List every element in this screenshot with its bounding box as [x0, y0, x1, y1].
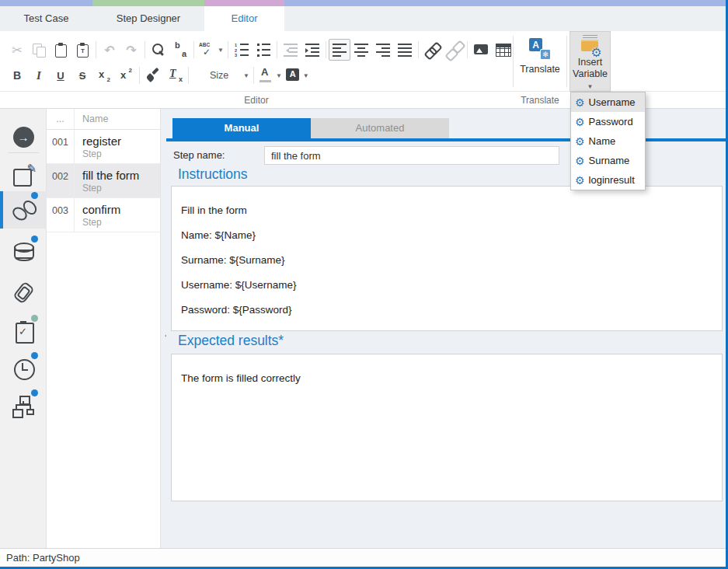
notification-badge [31, 236, 38, 243]
subscript-button[interactable] [93, 65, 115, 86]
copy-icon [31, 42, 47, 58]
tab-test-case[interactable]: Test Case [0, 6, 92, 31]
sidebar-item-checklist[interactable] [0, 314, 47, 348]
paste-icon [53, 42, 68, 58]
bg-color-button[interactable]: ▼ [284, 65, 311, 86]
redo-icon: ↷ [124, 42, 139, 58]
link-button[interactable] [421, 39, 443, 61]
underline-button[interactable]: U [50, 65, 71, 86]
search-button[interactable] [148, 39, 169, 61]
align-right-button[interactable] [372, 39, 394, 61]
bg-color-icon [285, 68, 301, 83]
step-row-003[interactable]: 003confirmStep [47, 198, 160, 232]
sidebar-item-navigate[interactable] [0, 120, 47, 154]
align-justify-button[interactable] [394, 39, 416, 61]
toolbar-separator [253, 67, 254, 84]
paste-button[interactable] [50, 39, 71, 61]
replace-button[interactable] [169, 39, 191, 61]
bullet-list-button[interactable] [253, 39, 274, 61]
tab-manual[interactable]: Manual [172, 118, 311, 138]
translate-icon [528, 37, 552, 61]
toolbar-separator [145, 41, 145, 58]
toolbar-separator [228, 41, 228, 58]
step-title: register [82, 134, 121, 148]
tab-color-strips [0, 0, 726, 6]
variable-item-username[interactable]: Username [571, 93, 645, 112]
font-size-label: Size [208, 70, 241, 81]
tab-editor[interactable]: Editor [204, 6, 284, 31]
checklist-icon [12, 319, 35, 343]
steps-list-body: 001registerStep002fill the formStep003co… [47, 130, 160, 232]
variable-item-label: Password [589, 116, 633, 127]
group-separator [513, 36, 514, 87]
navigate-icon [13, 127, 34, 148]
chevron-down-icon: ▼ [276, 72, 282, 79]
instructions-editor[interactable]: Fill in the formName: ${Name}Surname: ${… [171, 186, 723, 331]
numbered-list-button[interactable] [231, 39, 253, 61]
strikethrough-icon: S [75, 68, 90, 83]
step-type: Step [82, 183, 139, 194]
sidebar-item-attachments[interactable] [0, 275, 47, 309]
italic-button[interactable]: I [28, 65, 50, 86]
expected-results-editor[interactable]: The form is filled correctly [171, 354, 723, 501]
step-name-cell: registerStep [75, 130, 121, 163]
app-window: Test CaseStep DesignerEditor ✂↶↷▼ BIUSSi… [0, 0, 728, 569]
chevron-down-icon: ▼ [303, 72, 309, 79]
variable-item-name[interactable]: Name [571, 131, 645, 151]
step-name-cell: fill the formStep [75, 164, 139, 197]
sidebar-item-hierarchy[interactable] [0, 389, 47, 423]
underline-icon: U [53, 68, 68, 83]
sidebar-item-history[interactable] [0, 351, 47, 386]
superscript-button[interactable] [115, 65, 137, 86]
align-center-button[interactable] [350, 39, 372, 61]
spellcheck-button[interactable]: ▼ [197, 39, 225, 61]
toolbar-row-2: BIUSSize▼▼▼ [6, 65, 311, 86]
font-size-button[interactable]: Size▼ [191, 65, 251, 86]
indent-button[interactable] [301, 39, 323, 61]
sidebar-item-steps[interactable] [0, 191, 47, 229]
translate-group-label: Translate [514, 95, 566, 106]
sidebar-item-edit[interactable] [0, 159, 47, 193]
remove-format-button[interactable] [164, 65, 186, 86]
strikethrough-button[interactable]: S [71, 65, 93, 86]
align-justify-icon [398, 44, 412, 57]
variable-item-password[interactable]: Password [571, 112, 645, 131]
align-right-icon [376, 44, 390, 57]
unlink-icon [446, 42, 462, 58]
step-row-002[interactable]: 002fill the formStep [47, 164, 160, 198]
superscript-icon [118, 68, 134, 83]
toolbar-separator [139, 67, 140, 84]
sidebar-item-data[interactable] [0, 235, 47, 269]
editor-group-label: Editor [0, 95, 513, 106]
numbered-list-icon [235, 43, 249, 57]
sidebar [0, 109, 47, 548]
paste-text-icon [75, 42, 90, 58]
tab-step-designer[interactable]: Step Designer [92, 6, 204, 31]
align-left-button[interactable] [329, 39, 350, 61]
insert-variable-button[interactable]: Insert Variable ▼ [570, 31, 611, 92]
step-number: 001 [47, 130, 75, 163]
undo-icon: ↶ [102, 42, 117, 58]
image-button[interactable] [470, 39, 492, 61]
variable-item-surname[interactable]: Surname [571, 151, 645, 170]
variable-item-loginresult[interactable]: loginresult [571, 170, 645, 190]
edit-icon [12, 164, 35, 187]
bold-icon: B [9, 68, 25, 83]
tab-color-strip [92, 0, 204, 6]
tab-automated[interactable]: Automated [311, 118, 449, 138]
paste-text-button[interactable] [71, 39, 93, 61]
format-painter-button[interactable] [142, 65, 164, 86]
table-button[interactable] [492, 39, 514, 61]
unlink-button [443, 39, 465, 61]
insert-variable-label-line2: Variable [573, 68, 608, 80]
table-icon [495, 42, 510, 58]
step-type: Step [82, 148, 121, 159]
step-row-001[interactable]: 001registerStep [47, 130, 160, 164]
toolbar-separator [277, 41, 277, 58]
translate-button[interactable]: Translate [515, 33, 565, 92]
step-name-label: Step name: [173, 146, 225, 165]
bold-button[interactable]: B [6, 65, 28, 86]
text-color-button[interactable]: ▼ [256, 65, 284, 86]
chevron-down-icon: ▼ [218, 47, 224, 54]
step-name-input[interactable] [264, 146, 559, 165]
